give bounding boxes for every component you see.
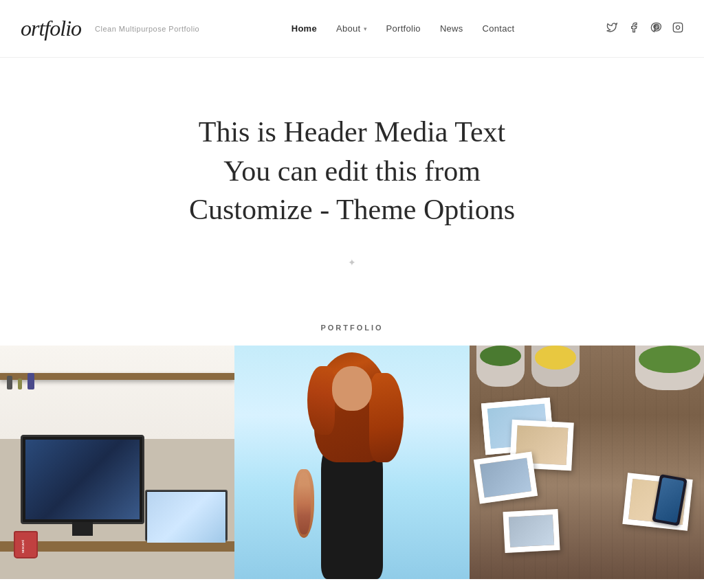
woman-body (321, 442, 383, 579)
svg-rect-0 (673, 23, 682, 32)
nav-item-contact[interactable]: Contact (483, 23, 515, 34)
chevron-down-icon: ▾ (364, 25, 367, 32)
instagram-icon[interactable] (672, 22, 683, 35)
shelf-items (7, 373, 34, 389)
monitor (21, 435, 144, 524)
laptop-screen (145, 490, 228, 541)
laptop-screen-inner (147, 492, 226, 541)
portfolio-label: PORTFOLIO (0, 324, 704, 332)
portfolio-item-flatlay[interactable] (470, 346, 704, 579)
photo-card-5 (503, 509, 560, 553)
site-header: ortfolio Clean Multipurpose Portfolio Ho… (0, 0, 704, 58)
site-logo[interactable]: ortfolio (21, 16, 81, 41)
plant-bowl-1 (476, 346, 525, 387)
hero-heading: This is Header Media Text You can edit t… (111, 113, 593, 229)
phone-screen (655, 477, 684, 523)
nav-item-news[interactable]: News (440, 23, 463, 34)
hero-section: This is Header Media Text You can edit t… (0, 58, 704, 310)
social-icons (606, 22, 683, 35)
site-tagline: Clean Multipurpose Portfolio (95, 25, 199, 33)
facebook-icon[interactable] (628, 22, 639, 35)
shelf-item-1 (7, 376, 12, 389)
woman-arm (294, 469, 314, 538)
pinterest-icon[interactable] (650, 22, 661, 35)
photo-card-3 (474, 451, 538, 504)
shelf-item-3 (28, 373, 34, 389)
laptop (145, 490, 228, 545)
portfolio-item-portrait[interactable] (234, 346, 469, 579)
nav-item-about-wrapper[interactable]: About ▾ (336, 23, 366, 34)
portfolio-grid (0, 346, 704, 579)
woman-face (332, 366, 372, 411)
portfolio-item-desk[interactable] (0, 346, 234, 579)
portfolio-section: PORTFOLIO (0, 310, 704, 579)
hero-decorative-symbol: ✦ (28, 257, 676, 269)
header-left: ortfolio Clean Multipurpose Portfolio (21, 16, 199, 41)
plant-bowl-2 (531, 346, 580, 387)
monitor-stand (72, 522, 93, 536)
nav-item-about[interactable]: About (336, 23, 360, 34)
main-nav: Home About ▾ Portfolio News Contact (292, 23, 515, 34)
shelf-item-2 (18, 378, 22, 389)
twitter-icon[interactable] (606, 22, 617, 35)
monitor-screen (25, 440, 140, 519)
nav-item-home[interactable]: Home (292, 23, 317, 34)
shelf (0, 373, 234, 380)
nav-item-portfolio[interactable]: Portfolio (386, 23, 421, 34)
plant-bowl-3 (635, 346, 704, 390)
coffee-cup (14, 531, 38, 558)
woman-figure (283, 359, 421, 579)
